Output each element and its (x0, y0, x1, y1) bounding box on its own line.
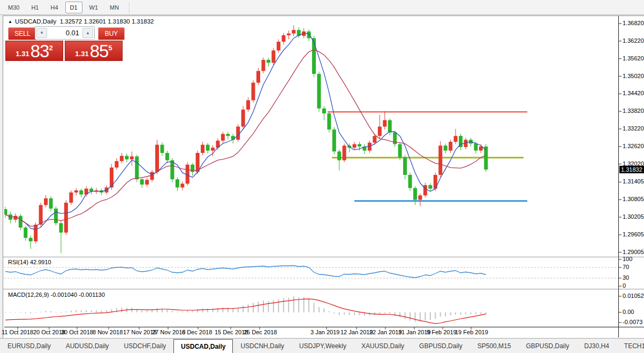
rsi-scale-label: 0 (623, 282, 626, 289)
date-axis-label: 6 Dec 2018 (182, 329, 212, 335)
date-axis-label: 11 Oct 2018 (2, 329, 33, 335)
date-axis-label: 9 Feb 2019 (427, 329, 457, 335)
date-axis-label: 12 Jan 2019 (340, 329, 373, 335)
chart-tab-sp500-m15[interactable]: SP500,M15 (470, 339, 519, 353)
price-axis-label: 1.30805 (623, 196, 644, 202)
date-axis-label: 30 Oct 2018 (61, 329, 93, 335)
chart-tab-audusd-daily[interactable]: AUDUSD,Daily (58, 339, 117, 353)
chart-tab-tech100[interactable]: TECH100, (617, 339, 644, 353)
price-axis-label: 1.30205 (623, 213, 644, 220)
price-axis-label: 1.33220 (623, 125, 644, 132)
volume-decrease-button[interactable]: ▼ (36, 28, 47, 38)
date-axis-label: 3 Jan 2019 (310, 329, 339, 335)
date-axis-label: 20 Oct 2018 (33, 329, 65, 335)
date-axis-label: 22 Jan 2019 (369, 329, 402, 335)
volume-stepper: ▼ ▲ (35, 26, 95, 40)
date-axis-label: 19 Feb 2019 (455, 329, 488, 335)
chart-tab-usdcad-daily[interactable]: USDCAD,Daily (173, 339, 233, 353)
macd-scale-label: 0.010525 (623, 293, 644, 299)
price-axis-label: 1.33820 (623, 108, 644, 114)
chart-tab-bar: EURUSD,DailyAUDUSD,DailyUSDCHF,DailyUSDC… (0, 338, 644, 353)
chart-tab-gbpusd-daily[interactable]: GBPUSD,Daily (412, 339, 470, 353)
date-axis-label: 31 Jan 2019 (398, 329, 431, 335)
rsi-scale-label: 100 (623, 256, 632, 262)
chart-tab-gbpusd-daily[interactable]: GBPUSD,Daily (518, 339, 577, 353)
price-axis-label: 1.29005 (623, 249, 644, 255)
volume-input[interactable] (47, 28, 82, 38)
candlestick-chart (0, 0, 644, 353)
price-axis-label: 1.32620 (623, 143, 644, 149)
price-axis-label: 1.34420 (623, 90, 644, 96)
chart-tab-eurusd-daily[interactable]: EURUSD,Daily (0, 339, 58, 353)
macd-indicator-label: MACD(12,26,9) -0.001040 -0.001130 (8, 291, 105, 298)
current-price-badge: 1.31832 (619, 166, 644, 173)
macd-scale-label: -0.0073 (623, 319, 642, 325)
price-axis-label: 1.35020 (623, 73, 644, 79)
chart-tab-usdcnh-daily[interactable]: USDCNH,Daily (233, 339, 291, 353)
chart-tab-usdchf-daily[interactable]: USDCHF,Daily (116, 339, 173, 353)
date-axis-label: 27 Nov 2018 (152, 329, 185, 335)
price-axis-label: 1.35620 (623, 55, 644, 62)
date-axis-label: 8 Nov 2018 (93, 329, 123, 335)
price-axis-label: 1.29605 (623, 231, 644, 237)
rsi-scale-label: 70 (623, 264, 629, 270)
price-axis-label: 1.36820 (623, 20, 644, 26)
price-axis-label: 1.31405 (623, 178, 644, 185)
rsi-indicator-label: RSI(14) 42.9910 (8, 259, 51, 265)
chart-tab-dj30-h4[interactable]: DJ30,H4 (577, 339, 617, 353)
mt4-application: M30H1H4D1W1MN ▲USDCAD,Daily 1.32572 1.32… (0, 0, 644, 353)
volume-increase-button[interactable]: ▲ (82, 28, 93, 38)
price-axis-label: 1.36220 (623, 37, 644, 44)
rsi-scale-label: 30 (623, 274, 629, 281)
chart-tab-usdjpy-weekly[interactable]: USDJPY,Weekly (292, 339, 354, 353)
date-axis-label: 25 Dec 2018 (244, 329, 277, 335)
chart-tab-xauusd-daily[interactable]: XAUUSD,Daily (354, 339, 412, 353)
macd-scale-label: 0.00 (623, 309, 634, 315)
